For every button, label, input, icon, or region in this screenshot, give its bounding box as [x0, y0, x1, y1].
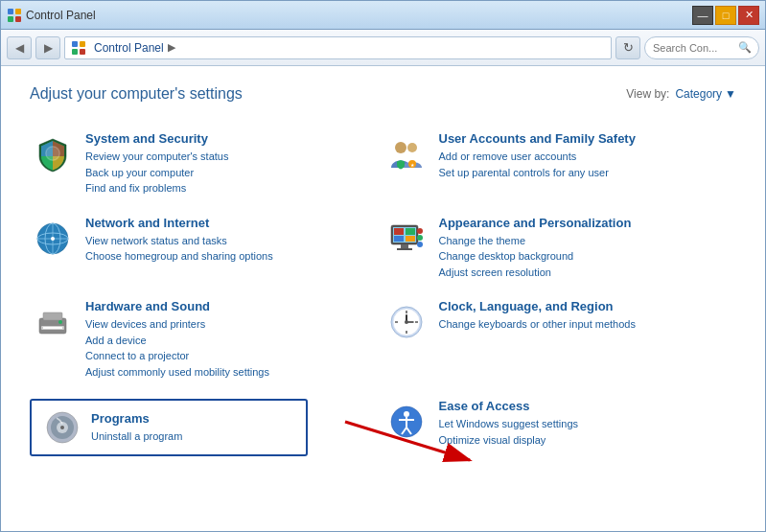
svg-point-8 — [45, 146, 60, 161]
clock-info: Clock, Language, and Region Change keybo… — [439, 299, 737, 333]
svg-point-44 — [405, 320, 408, 324]
users-link-0[interactable]: Add or remove user accounts — [439, 149, 737, 165]
system-link-2[interactable]: Find and fix problems — [85, 180, 383, 197]
categories-grid: System and Security Review your computer… — [30, 122, 736, 466]
svg-rect-27 — [397, 248, 412, 250]
appearance-info: Appearance and Personalization Change th… — [439, 216, 737, 281]
svg-rect-22 — [394, 228, 404, 235]
category-appearance: Appearance and Personalization Change th… — [383, 206, 737, 290]
svg-point-19 — [51, 237, 55, 241]
system-icon — [30, 131, 76, 177]
svg-rect-34 — [43, 327, 62, 329]
svg-point-48 — [60, 426, 64, 429]
header-row: Adjust your computer's settings View by:… — [30, 85, 736, 103]
ease-title[interactable]: Ease of Access — [439, 399, 737, 413]
system-title[interactable]: System and Security — [85, 131, 383, 146]
network-link-1[interactable]: Choose homegroup and sharing options — [85, 248, 383, 265]
category-ease: Ease of Access Let Windows suggest setti… — [383, 389, 737, 466]
ease-info: Ease of Access Let Windows suggest setti… — [439, 399, 737, 448]
category-system: System and Security Review your computer… — [30, 122, 383, 206]
title-bar: Control Panel — □ ✕ — [1, 1, 765, 30]
svg-point-50 — [404, 411, 409, 417]
programs-icon — [43, 408, 81, 447]
svg-point-10 — [395, 142, 406, 153]
network-icon — [30, 216, 76, 262]
network-link-0[interactable]: View network status and tasks — [85, 233, 383, 249]
network-title[interactable]: Network and Internet — [85, 216, 383, 230]
view-by-button[interactable]: Category ▼ — [675, 87, 736, 101]
category-clock: Clock, Language, and Region Change keybo… — [383, 289, 737, 389]
svg-rect-23 — [406, 228, 415, 235]
svg-rect-24 — [394, 236, 404, 242]
breadcrumb-text[interactable]: Control Panel — [94, 41, 164, 55]
programs-title[interactable]: Programs — [91, 411, 294, 426]
view-by: View by: Category ▼ — [626, 87, 736, 101]
svg-rect-6 — [72, 49, 78, 55]
users-title[interactable]: User Accounts and Family Safety — [439, 131, 737, 146]
svg-rect-5 — [80, 41, 85, 47]
clock-icon — [383, 299, 429, 345]
svg-rect-3 — [15, 16, 21, 22]
appearance-link-2[interactable]: Adjust screen resolution — [439, 265, 737, 281]
hardware-link-2[interactable]: Connect to a projector — [85, 348, 383, 364]
refresh-button[interactable]: ↻ — [615, 36, 640, 59]
title-bar-buttons: — □ ✕ — [692, 6, 759, 25]
programs-link-0[interactable]: Uninstall a program — [91, 428, 294, 445]
clock-link-0[interactable]: Change keyboards or other input methods — [439, 316, 737, 333]
svg-point-11 — [407, 143, 417, 152]
breadcrumb-arrow: ▶ — [168, 41, 175, 54]
window: Control Panel — □ ✕ ◀ ▶ Control Panel ▶ … — [0, 0, 766, 532]
svg-rect-4 — [72, 41, 78, 47]
appearance-title[interactable]: Appearance and Personalization — [439, 216, 737, 230]
breadcrumb-bar: Control Panel ▶ — [64, 36, 612, 59]
svg-rect-2 — [8, 16, 13, 22]
search-icon: 🔍 — [738, 41, 752, 54]
ease-icon — [383, 399, 429, 445]
hardware-link-1[interactable]: Add a device — [85, 333, 383, 349]
svg-point-35 — [58, 320, 62, 324]
system-link-0[interactable]: Review your computer's status — [85, 149, 383, 165]
svg-rect-7 — [80, 49, 85, 55]
search-input[interactable] — [653, 42, 734, 54]
breadcrumb-icon — [71, 40, 86, 56]
users-link-1[interactable]: Set up parental controls for any user — [439, 165, 737, 181]
clock-title[interactable]: Clock, Language, and Region — [439, 299, 737, 313]
content-area: Adjust your computer's settings View by:… — [1, 66, 765, 531]
programs-info: Programs Uninstall a program — [91, 411, 294, 445]
hardware-link-0[interactable]: View devices and printers — [85, 316, 383, 333]
svg-point-28 — [417, 228, 423, 234]
address-bar: ◀ ▶ Control Panel ▶ ↻ 🔍 — [1, 30, 765, 66]
category-users: ★ User Accounts and Family Safety Add or… — [383, 122, 737, 206]
hardware-link-3[interactable]: Adjust commonly used mobility settings — [85, 364, 383, 381]
users-icon: ★ — [383, 131, 429, 177]
users-info: User Accounts and Family Safety Add or r… — [439, 131, 737, 180]
appearance-link-1[interactable]: Change desktop background — [439, 248, 737, 265]
svg-rect-1 — [15, 9, 21, 14]
ease-link-1[interactable]: Optimize visual display — [439, 432, 737, 449]
maximize-button[interactable]: □ — [715, 6, 736, 25]
page-title: Adjust your computer's settings — [30, 85, 243, 103]
hardware-icon — [30, 299, 76, 345]
ease-link-0[interactable]: Let Windows suggest settings — [439, 416, 737, 432]
hardware-title[interactable]: Hardware and Sound — [85, 299, 383, 313]
network-info: Network and Internet View network status… — [85, 216, 383, 265]
minimize-button[interactable]: — — [692, 6, 713, 25]
system-link-1[interactable]: Back up your computer — [85, 165, 383, 181]
control-panel-icon — [7, 8, 22, 23]
close-button[interactable]: ✕ — [738, 6, 759, 25]
appearance-icon — [383, 216, 429, 262]
hardware-info: Hardware and Sound View devices and prin… — [85, 299, 383, 380]
window-title: Control Panel — [26, 9, 96, 22]
svg-point-30 — [417, 242, 423, 247]
svg-rect-0 — [8, 9, 13, 14]
appearance-link-0[interactable]: Change the theme — [439, 233, 737, 249]
category-network: Network and Internet View network status… — [30, 206, 383, 290]
svg-rect-26 — [401, 244, 408, 248]
back-button[interactable]: ◀ — [7, 36, 32, 59]
forward-button[interactable]: ▶ — [35, 36, 60, 59]
svg-rect-25 — [406, 236, 415, 242]
search-box[interactable]: 🔍 — [644, 36, 759, 59]
svg-point-29 — [417, 235, 423, 241]
category-hardware: Hardware and Sound View devices and prin… — [30, 289, 383, 389]
system-info: System and Security Review your computer… — [85, 131, 383, 197]
